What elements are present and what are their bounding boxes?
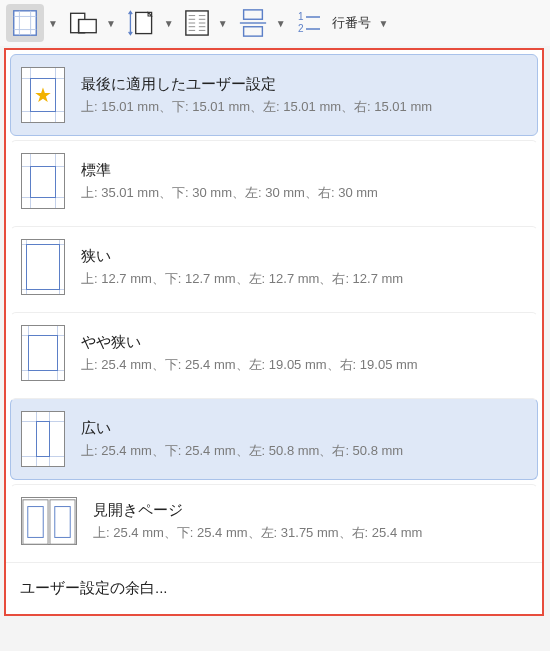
- star-icon: ★: [34, 83, 52, 107]
- svg-text:1: 1: [298, 11, 304, 22]
- margin-option-detail: 上: 25.4 mm、下: 25.4 mm、左: 19.05 mm、右: 19.…: [81, 356, 527, 374]
- orientation-icon: [68, 8, 98, 38]
- margin-option-title: 広い: [81, 419, 527, 438]
- svg-rect-20: [243, 10, 262, 19]
- columns-icon: [184, 9, 210, 37]
- breaks-button[interactable]: [234, 4, 272, 42]
- margin-thumb: [21, 411, 65, 467]
- svg-rect-6: [78, 19, 96, 32]
- margin-option-detail: 上: 12.7 mm、下: 12.7 mm、左: 12.7 mm、右: 12.7…: [81, 270, 527, 288]
- toolbar: ▼ ▼ ▼: [0, 0, 550, 46]
- margin-option-title: 標準: [81, 161, 527, 180]
- orientation-button-group[interactable]: ▼: [64, 4, 118, 42]
- size-button[interactable]: [122, 4, 160, 42]
- chevron-down-icon[interactable]: ▼: [216, 18, 230, 29]
- margin-thumb: [21, 239, 65, 295]
- margin-option[interactable]: ★ 最後に適用したユーザー設定 上: 15.01 mm、下: 15.01 mm、…: [10, 54, 538, 136]
- margin-option-detail: 上: 25.4 mm、下: 25.4 mm、左: 50.8 mm、右: 50.8…: [81, 442, 527, 460]
- chevron-down-icon[interactable]: ▼: [162, 18, 176, 29]
- margin-thumb: ★: [21, 67, 65, 123]
- breaks-button-group[interactable]: ▼: [234, 4, 288, 42]
- margins-button-group[interactable]: ▼: [6, 4, 60, 42]
- custom-margins-item[interactable]: ユーザー設定の余白...: [6, 562, 542, 614]
- margin-option-title: 見開きページ: [93, 501, 527, 520]
- columns-button-group[interactable]: ▼: [180, 5, 230, 41]
- margin-option-detail: 上: 35.01 mm、下: 30 mm、左: 30 mm、右: 30 mm: [81, 184, 527, 202]
- margin-option-title: やや狭い: [81, 333, 527, 352]
- margin-option-title: 狭い: [81, 247, 527, 266]
- chevron-down-icon[interactable]: ▼: [377, 18, 391, 29]
- margin-option-text: 最後に適用したユーザー設定 上: 15.01 mm、下: 15.01 mm、左:…: [81, 75, 527, 116]
- margin-option[interactable]: 見開きページ 上: 25.4 mm、下: 25.4 mm、左: 31.75 mm…: [10, 484, 538, 558]
- margin-thumb: [21, 153, 65, 209]
- chevron-down-icon[interactable]: ▼: [46, 18, 60, 29]
- margins-button[interactable]: [6, 4, 44, 42]
- line-numbers-label: 行番号: [328, 14, 375, 32]
- chevron-down-icon[interactable]: ▼: [274, 18, 288, 29]
- margin-option[interactable]: やや狭い 上: 25.4 mm、下: 25.4 mm、左: 19.05 mm、右…: [10, 312, 538, 394]
- size-button-group[interactable]: ▼: [122, 4, 176, 42]
- size-icon: [126, 8, 156, 38]
- svg-text:2: 2: [298, 23, 304, 34]
- line-numbers-button[interactable]: 1 2: [292, 5, 326, 41]
- margin-option[interactable]: 狭い 上: 12.7 mm、下: 12.7 mm、左: 12.7 mm、右: 1…: [10, 226, 538, 308]
- columns-button[interactable]: [180, 5, 214, 41]
- margin-option-text: 狭い 上: 12.7 mm、下: 12.7 mm、左: 12.7 mm、右: 1…: [81, 247, 527, 288]
- margin-option-detail: 上: 15.01 mm、下: 15.01 mm、左: 15.01 mm、右: 1…: [81, 98, 527, 116]
- margin-option[interactable]: 標準 上: 35.01 mm、下: 30 mm、左: 30 mm、右: 30 m…: [10, 140, 538, 222]
- chevron-down-icon[interactable]: ▼: [104, 18, 118, 29]
- custom-margins-label: ユーザー設定の余白...: [20, 579, 168, 596]
- margins-icon: [10, 8, 40, 38]
- margin-option-title: 最後に適用したユーザー設定: [81, 75, 527, 94]
- line-numbers-button-group[interactable]: 1 2 行番号 ▼: [292, 5, 391, 41]
- breaks-icon: [238, 8, 268, 38]
- margin-option-text: 標準 上: 35.01 mm、下: 30 mm、左: 30 mm、右: 30 m…: [81, 161, 527, 202]
- margin-option-text: 広い 上: 25.4 mm、下: 25.4 mm、左: 50.8 mm、右: 5…: [81, 419, 527, 460]
- orientation-button[interactable]: [64, 4, 102, 42]
- margin-option-text: 見開きページ 上: 25.4 mm、下: 25.4 mm、左: 31.75 mm…: [93, 501, 527, 542]
- margin-option-text: やや狭い 上: 25.4 mm、下: 25.4 mm、左: 19.05 mm、右…: [81, 333, 527, 374]
- svg-rect-22: [243, 27, 262, 36]
- margin-thumb: [21, 325, 65, 381]
- margin-option[interactable]: 広い 上: 25.4 mm、下: 25.4 mm、左: 50.8 mm、右: 5…: [10, 398, 538, 480]
- margin-thumb-mirrored: [21, 497, 77, 545]
- margin-option-detail: 上: 25.4 mm、下: 25.4 mm、左: 31.75 mm、右: 25.…: [93, 524, 527, 542]
- svg-rect-0: [14, 11, 37, 35]
- line-numbers-icon: 1 2: [296, 9, 322, 37]
- margins-dropdown: ★ 最後に適用したユーザー設定 上: 15.01 mm、下: 15.01 mm、…: [4, 48, 544, 616]
